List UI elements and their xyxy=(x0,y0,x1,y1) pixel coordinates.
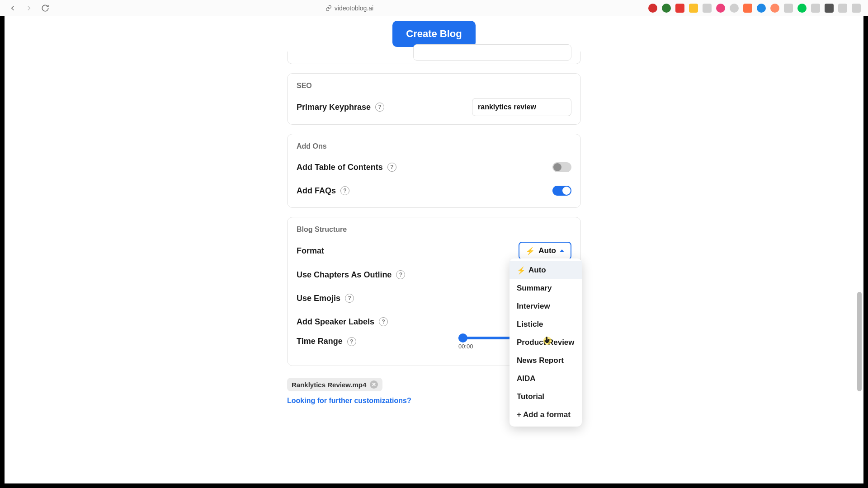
extension-icon[interactable] xyxy=(730,4,739,13)
extension-icon[interactable] xyxy=(662,4,671,13)
addons-section-title: Add Ons xyxy=(297,142,571,150)
faqs-label: Add FAQs xyxy=(297,186,336,196)
help-icon[interactable]: ? xyxy=(375,103,384,112)
help-icon[interactable]: ? xyxy=(396,270,405,279)
create-blog-button[interactable]: Create Blog xyxy=(392,21,475,47)
extension-icon[interactable] xyxy=(743,4,752,13)
primary-keyphrase-label: Primary Keyphrase xyxy=(297,103,371,112)
help-icon[interactable]: ? xyxy=(379,317,388,326)
format-option-tutorial[interactable]: Tutorial xyxy=(509,388,582,406)
help-icon[interactable]: ? xyxy=(387,163,396,172)
slider-thumb[interactable] xyxy=(458,333,467,343)
extension-icon[interactable] xyxy=(703,4,712,13)
extension-icon[interactable] xyxy=(811,4,820,13)
format-selected-value: Auto xyxy=(538,246,556,255)
toc-label: Add Table of Contents xyxy=(297,163,383,172)
format-option-auto[interactable]: ⚡ Auto xyxy=(509,261,582,279)
toc-toggle[interactable] xyxy=(552,162,571,172)
chapters-label: Use Chapters As Outline xyxy=(297,270,392,280)
format-option-label: Auto xyxy=(528,266,546,275)
file-chip-label: Ranklytics Review.mp4 xyxy=(292,381,366,389)
format-option-news-report[interactable]: News Report xyxy=(509,352,582,370)
link-icon xyxy=(326,5,332,11)
extension-icon[interactable] xyxy=(784,4,793,13)
help-icon[interactable]: ? xyxy=(347,337,356,346)
file-chip: Ranklytics Review.mp4 ✕ xyxy=(287,378,382,391)
page-content: Create Blog SEO Primary Keyphrase ? Add … xyxy=(0,16,868,488)
scrollbar[interactable] xyxy=(857,292,862,391)
extension-icon[interactable] xyxy=(648,4,657,13)
speaker-label: Add Speaker Labels xyxy=(297,317,374,327)
help-icon[interactable]: ? xyxy=(345,294,354,303)
bolt-icon: ⚡ xyxy=(517,266,526,275)
seo-card: SEO Primary Keyphrase ? xyxy=(287,73,581,125)
help-icon[interactable]: ? xyxy=(340,186,349,195)
extension-icon[interactable] xyxy=(689,4,698,13)
extension-icon[interactable] xyxy=(716,4,725,13)
url-text: videotoblog.ai xyxy=(335,5,373,12)
time-range-label: Time Range xyxy=(297,337,343,346)
browser-bar: videotoblog.ai xyxy=(0,0,868,16)
extension-icon[interactable] xyxy=(838,4,847,13)
extension-icon[interactable] xyxy=(797,4,807,13)
chevron-up-icon xyxy=(560,249,564,252)
format-option-summary[interactable]: Summary xyxy=(509,279,582,297)
seo-section-title: SEO xyxy=(297,82,571,90)
remove-file-icon[interactable]: ✕ xyxy=(370,380,378,389)
extensions-tray xyxy=(648,4,861,13)
format-option-add[interactable]: + Add a format xyxy=(509,406,582,424)
format-option-listicle[interactable]: Listicle xyxy=(509,315,582,333)
customizations-link[interactable]: Looking for further customizations? xyxy=(287,397,411,405)
addons-card: Add Ons Add Table of Contents ? Add FAQs… xyxy=(287,134,581,208)
extension-icon[interactable] xyxy=(825,4,834,13)
back-icon[interactable] xyxy=(7,3,18,14)
previous-card-stub xyxy=(287,52,581,64)
format-select[interactable]: ⚡ Auto xyxy=(519,242,571,260)
format-dropdown: ⚡ Auto Summary Interview Listicle Produc… xyxy=(509,258,582,427)
url-bar[interactable]: videotoblog.ai xyxy=(56,5,643,12)
format-label: Format xyxy=(297,246,324,256)
format-option-aida[interactable]: AIDA xyxy=(509,370,582,388)
forward-icon[interactable] xyxy=(24,3,34,14)
extension-icon[interactable] xyxy=(757,4,766,13)
emojis-label: Use Emojis xyxy=(297,294,340,303)
primary-keyphrase-input[interactable] xyxy=(472,98,571,116)
reload-icon[interactable] xyxy=(40,3,51,14)
extension-icon[interactable] xyxy=(770,4,779,13)
bolt-icon: ⚡ xyxy=(526,247,535,255)
sidebar-toggle-icon[interactable] xyxy=(852,4,861,13)
faqs-toggle[interactable] xyxy=(552,186,571,196)
format-option-interview[interactable]: Interview xyxy=(509,297,582,315)
previous-card-input-stub[interactable] xyxy=(413,44,571,61)
structure-section-title: Blog Structure xyxy=(297,225,571,234)
format-option-product-review[interactable]: Product Review xyxy=(509,333,582,352)
extension-icon[interactable] xyxy=(675,4,684,13)
